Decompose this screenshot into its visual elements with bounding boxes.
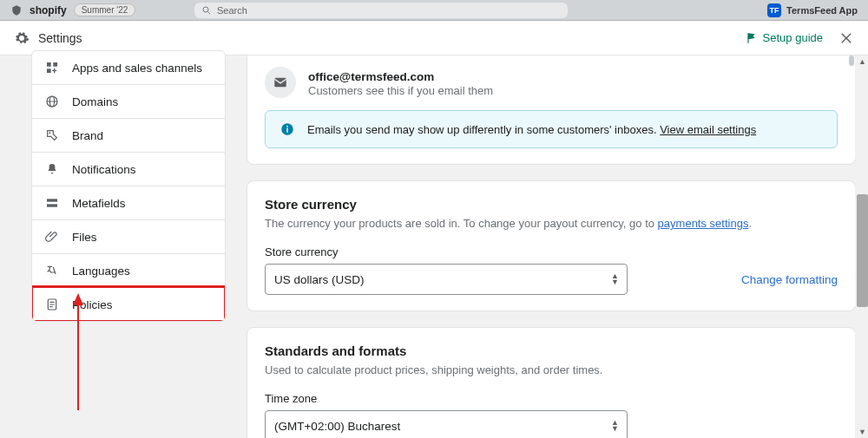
background-topbar: shopify Summer '22 Search TF TermsFeed A… (0, 0, 868, 21)
sender-email-row[interactable]: office@termsfeed.com Customers see this … (265, 67, 838, 98)
modal-title: Settings (38, 31, 82, 45)
page-scrollbar[interactable]: ▲ ▼ (855, 56, 868, 438)
standards-title: Standards and formats (265, 343, 838, 358)
sidebar-list: Apps and sales channels Domains Brand No… (31, 50, 226, 322)
gear-icon (14, 30, 30, 46)
email-card: office@termsfeed.com Customers see this … (247, 56, 856, 165)
standards-subtitle: Used to calculate product prices, shippi… (265, 363, 838, 376)
edition-pill: Summer '22 (74, 3, 136, 16)
sidebar-item-apps[interactable]: Apps and sales channels (32, 51, 225, 84)
settings-main: office@termsfeed.com Customers see this … (226, 56, 868, 438)
sidebar-item-label: Policies (72, 298, 113, 311)
sidebar-item-policies[interactable]: Policies (32, 287, 225, 321)
flag-icon (746, 32, 758, 44)
globe-icon (44, 94, 60, 109)
sidebar-item-label: Languages (72, 265, 130, 278)
svg-rect-19 (286, 128, 288, 133)
sender-email: office@termsfeed.com (308, 70, 434, 83)
store-currency-label: Store currency (265, 245, 838, 258)
background-search: Search (194, 3, 568, 18)
search-icon (201, 5, 212, 16)
user-name: TermsFeed App (786, 5, 858, 16)
metafields-icon (44, 195, 60, 211)
sidebar-item-label: Notifications (72, 163, 136, 176)
currency-subtitle: The currency your products are sold in. … (265, 217, 838, 230)
close-icon (838, 30, 854, 46)
sidebar-item-label: Metafields (72, 197, 126, 210)
email-info-banner: Emails you send may show up differently … (265, 110, 838, 148)
svg-point-20 (286, 126, 288, 127)
svg-point-0 (203, 7, 208, 12)
timezone-field: Time zone (GMT+02:00) Bucharest ▲▼ (265, 392, 838, 438)
info-icon (279, 121, 295, 137)
standards-card: Standards and formats Used to calculate … (247, 327, 856, 438)
svg-line-1 (208, 12, 211, 15)
shopify-logo-icon (10, 4, 23, 16)
svg-point-10 (49, 132, 50, 134)
languages-icon (44, 263, 60, 278)
store-currency-select[interactable]: US dollars (USD) ▲▼ (265, 264, 628, 295)
svg-rect-12 (47, 204, 57, 206)
svg-rect-5 (53, 62, 57, 67)
brand-icon (44, 127, 60, 143)
svg-rect-11 (47, 199, 57, 201)
sidebar-item-label: Brand (72, 129, 103, 142)
timezone-value: (GMT+02:00) Bucharest (265, 410, 628, 438)
svg-rect-6 (47, 69, 51, 73)
sidebar-item-notifications[interactable]: Notifications (32, 152, 225, 186)
sidebar-item-metafields[interactable]: Metafields (32, 186, 225, 219)
sidebar-item-label: Files (72, 231, 97, 244)
sidebar-item-files[interactable]: Files (32, 219, 225, 253)
banner-text: Emails you send may show up differently … (307, 123, 756, 136)
store-currency-value: US dollars (USD) (265, 264, 628, 295)
sidebar-item-label: Domains (72, 95, 118, 108)
store-currency-card: Store currency The currency your product… (247, 180, 856, 311)
settings-body: Apps and sales channels Domains Brand No… (0, 56, 868, 438)
sidebar-item-languages[interactable]: Languages (32, 253, 225, 287)
user-avatar-icon: TF (767, 3, 781, 17)
timezone-label: Time zone (265, 392, 838, 405)
brand-text: shopify (30, 4, 67, 16)
sidebar-item-domains[interactable]: Domains (32, 84, 225, 118)
select-caret-icon: ▲▼ (611, 273, 619, 285)
currency-title: Store currency (265, 197, 838, 212)
store-currency-field: Store currency US dollars (USD) ▲▼ Chang… (265, 245, 838, 295)
sidebar-item-brand[interactable]: Brand (32, 118, 225, 152)
view-email-settings-link[interactable]: View email settings (660, 123, 756, 136)
settings-sidebar: Apps and sales channels Domains Brand No… (0, 56, 226, 438)
background-user: TF TermsFeed App (767, 0, 858, 21)
inner-scroll-indicator (849, 56, 854, 66)
payments-settings-link[interactable]: payments settings (658, 217, 749, 230)
timezone-select[interactable]: (GMT+02:00) Bucharest ▲▼ (265, 410, 628, 438)
sidebar-item-label: Apps and sales channels (72, 62, 202, 75)
close-button[interactable] (838, 30, 854, 46)
paperclip-icon (44, 229, 60, 245)
select-caret-icon: ▲▼ (611, 420, 619, 432)
search-placeholder: Search (217, 5, 247, 16)
apps-icon (44, 60, 60, 75)
policies-icon (44, 297, 60, 312)
scrollbar-thumb[interactable] (857, 194, 868, 307)
scroll-down-icon: ▼ (858, 428, 866, 436)
mail-icon (265, 67, 296, 98)
change-formatting-link[interactable]: Change formatting (741, 273, 838, 286)
bell-icon (44, 161, 60, 177)
setup-guide-label: Setup guide (763, 31, 823, 44)
sender-email-caption: Customers see this if you email them (308, 84, 493, 97)
svg-rect-4 (47, 62, 51, 67)
scroll-up-icon: ▲ (858, 57, 866, 66)
setup-guide-link[interactable]: Setup guide (746, 31, 823, 44)
